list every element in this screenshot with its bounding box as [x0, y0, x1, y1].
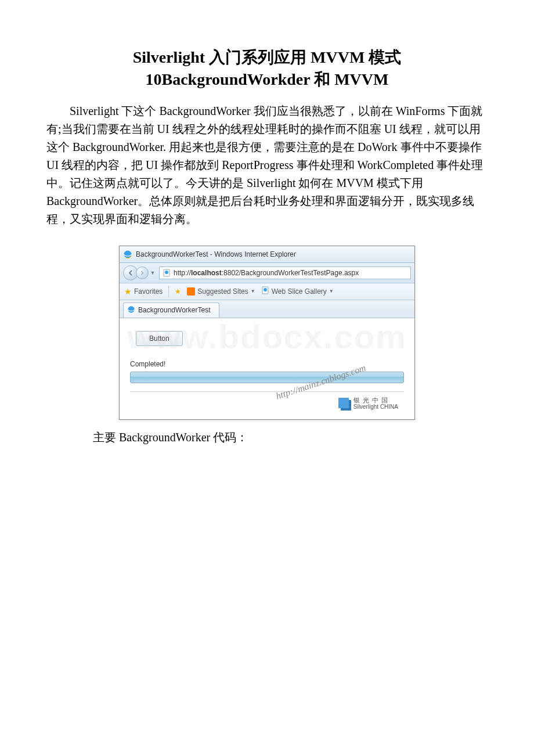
url-field[interactable]: http://localhost:8802/BackgroundWorkerTe…: [159, 267, 411, 279]
url-text: http://localhost:8802/BackgroundWorkerTe…: [174, 269, 359, 277]
chevron-down-icon: ▼: [251, 289, 255, 294]
window-title-text: BackgroundWorkerTest - Windows Internet …: [136, 250, 296, 258]
intro-paragraph: Silverlight 下这个 BackgroundWorker 我们应当很熟悉…: [46, 102, 488, 228]
page-title: Silverlight 入门系列应用 MVVM 模式 10BackgroundW…: [46, 46, 488, 91]
demo-button-label: Button: [149, 334, 169, 343]
favorites-button[interactable]: ★ Favorites: [124, 287, 163, 296]
nav-dropdown[interactable]: ▼: [149, 267, 157, 279]
title-line-2: 10BackgroundWorkder 和 MVVM: [146, 70, 389, 88]
url-prefix: http://: [174, 269, 191, 277]
silverlight-footer-text: 银 光 中 国 Silverlight CHINA: [353, 397, 398, 410]
active-tab[interactable]: BackgroundWorkerTest: [123, 303, 219, 318]
address-bar: ▼ http://localhost:8802/BackgroundWorker…: [120, 263, 414, 283]
svg-point-6: [128, 306, 134, 312]
forward-button[interactable]: [136, 267, 149, 279]
progress-bar: [130, 372, 404, 383]
window-titlebar: BackgroundWorkerTest - Windows Internet …: [120, 246, 414, 263]
sl-line2: Silverlight CHINA: [353, 404, 398, 410]
web-slice-link[interactable]: Web Slice Gallery ▼: [261, 286, 334, 296]
feed-icon: [187, 287, 195, 296]
url-rest: :8802/BackgroundWorkerTestTestPage.aspx: [222, 269, 359, 277]
svg-point-5: [264, 288, 267, 291]
url-host: localhost: [191, 269, 222, 277]
page-icon: [261, 286, 269, 296]
arrow-left-icon: [128, 270, 134, 276]
separator: [168, 286, 169, 297]
title-line-1: Silverlight 入门系列应用 MVVM 模式: [133, 48, 402, 66]
add-favorite-button[interactable]: ★: [175, 287, 181, 296]
star-icon: ★: [124, 287, 132, 296]
star-icon: ★: [175, 287, 181, 296]
ie-icon: [123, 250, 132, 259]
svg-point-3: [165, 271, 168, 274]
suggested-sites-link[interactable]: Suggested Sites ▼: [187, 287, 255, 296]
nav-buttons: ▼: [123, 265, 157, 280]
sl-line1: 银 光 中 国: [353, 397, 388, 404]
page-content: Button Completed! http://mainz.cnblogs.c…: [120, 318, 414, 419]
favorites-bar: ★ Favorites ★ Suggested Sites ▼ Web Slic…: [120, 283, 414, 300]
page-icon: [163, 269, 171, 277]
suggested-sites-label: Suggested Sites: [197, 287, 248, 296]
tab-bar: BackgroundWorkerTest: [120, 300, 414, 318]
ie-icon: [127, 305, 135, 315]
silverlight-logo-icon: [338, 398, 349, 408]
web-slice-label: Web Slice Gallery: [272, 287, 327, 296]
status-text: Completed!: [130, 360, 404, 368]
silverlight-footer: 银 光 中 国 Silverlight CHINA: [130, 391, 404, 415]
arrow-right-icon: [140, 271, 145, 275]
tab-label: BackgroundWorkerTest: [138, 306, 211, 314]
demo-button[interactable]: Button: [136, 331, 183, 346]
code-caption: 主要 BackgroundWorker 代码：: [46, 429, 488, 447]
favorites-label: Favorites: [134, 287, 163, 296]
chevron-down-icon: ▼: [329, 289, 334, 294]
browser-screenshot: BackgroundWorkerTest - Windows Internet …: [119, 246, 415, 420]
